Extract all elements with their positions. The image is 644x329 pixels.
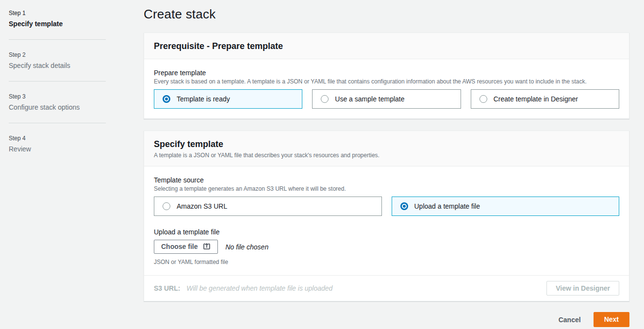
prerequisite-panel-header: Prerequisite - Prepare template (144, 33, 629, 59)
sidebar-step-1[interactable]: Step 1 Specify template (9, 10, 106, 28)
prepare-template-options: Template is ready Use a sample template … (154, 89, 619, 109)
specify-template-panel: Specify template A template is a JSON or… (144, 131, 629, 301)
divider (9, 39, 106, 40)
view-in-designer-button[interactable]: View in Designer (546, 281, 619, 296)
sidebar-step-4[interactable]: Step 4 Review (9, 135, 106, 153)
step-label: Review (9, 145, 106, 153)
prepare-template-label: Prepare template (154, 69, 619, 77)
template-source-options: Amazon S3 URL Upload a template file (154, 197, 619, 216)
steps-sidebar: Step 1 Specify template Step 2 Specify s… (9, 10, 106, 153)
panel-description: A template is a JSON or YAML file that d… (154, 152, 619, 159)
main-content: Create stack Prerequisite - Prepare temp… (144, 7, 629, 327)
step-label: Configure stack options (9, 103, 106, 111)
panel-title: Specify template (154, 139, 619, 149)
s3-url-value: Will be generated when template file is … (186, 284, 332, 292)
upload-template-block: Upload a template file Choose file No fi (154, 228, 619, 265)
choose-file-button[interactable]: Choose file (154, 240, 218, 254)
option-label: Create template in Designer (494, 95, 578, 103)
cancel-button[interactable]: Cancel (559, 316, 581, 324)
upload-template-label: Upload a template file (154, 228, 619, 236)
step-label: Specify stack details (9, 62, 106, 69)
option-label: Use a sample template (335, 95, 404, 103)
radio-unchecked-icon (163, 202, 170, 210)
radio-checked-icon (400, 202, 408, 210)
step-number: Step 3 (9, 93, 106, 100)
step-number: Step 2 (9, 51, 106, 58)
sidebar-step-2[interactable]: Step 2 Specify stack details (9, 51, 106, 69)
step-number: Step 4 (9, 135, 106, 142)
prepare-template-description: Every stack is based on a template. A te… (154, 78, 619, 85)
sidebar-step-3[interactable]: Step 3 Configure stack options (9, 93, 106, 111)
step-number: Step 1 (9, 10, 106, 16)
specify-template-panel-body: Template source Selecting a template gen… (144, 166, 629, 275)
radio-checked-icon (163, 95, 170, 103)
template-source-description: Selecting a template generates an Amazon… (154, 185, 619, 192)
prerequisite-panel: Prerequisite - Prepare template Prepare … (144, 33, 629, 119)
template-source-label: Template source (154, 176, 619, 184)
radio-unchecked-icon (479, 95, 487, 103)
option-label: Template is ready (177, 95, 230, 103)
s3-url-label: S3 URL: (154, 284, 180, 292)
radio-unchecked-icon (321, 95, 329, 103)
upload-icon (203, 243, 211, 250)
specify-template-panel-footer: S3 URL: Will be generated when template … (144, 275, 629, 301)
option-label: Amazon S3 URL (177, 202, 227, 210)
format-hint: JSON or YAML formatted file (154, 259, 619, 265)
option-template-is-ready[interactable]: Template is ready (154, 89, 302, 109)
panel-title: Prerequisite - Prepare template (154, 41, 619, 51)
form-actions: Cancel Next (144, 312, 629, 327)
page-title: Create stack (144, 7, 629, 22)
step-label: Specify template (9, 20, 106, 28)
option-use-sample-template[interactable]: Use a sample template (312, 89, 461, 109)
choose-file-label: Choose file (161, 243, 198, 250)
option-upload-template-file[interactable]: Upload a template file (392, 197, 620, 216)
prerequisite-panel-body: Prepare template Every stack is based on… (144, 59, 629, 118)
specify-template-panel-header: Specify template A template is a JSON or… (144, 131, 629, 166)
option-create-template-designer[interactable]: Create template in Designer (471, 89, 619, 109)
divider (9, 123, 106, 123)
option-label: Upload a template file (414, 202, 480, 210)
file-chosen-status: No file chosen (225, 243, 268, 251)
next-button[interactable]: Next (594, 312, 629, 327)
divider (9, 81, 106, 82)
option-amazon-s3-url[interactable]: Amazon S3 URL (154, 197, 382, 216)
